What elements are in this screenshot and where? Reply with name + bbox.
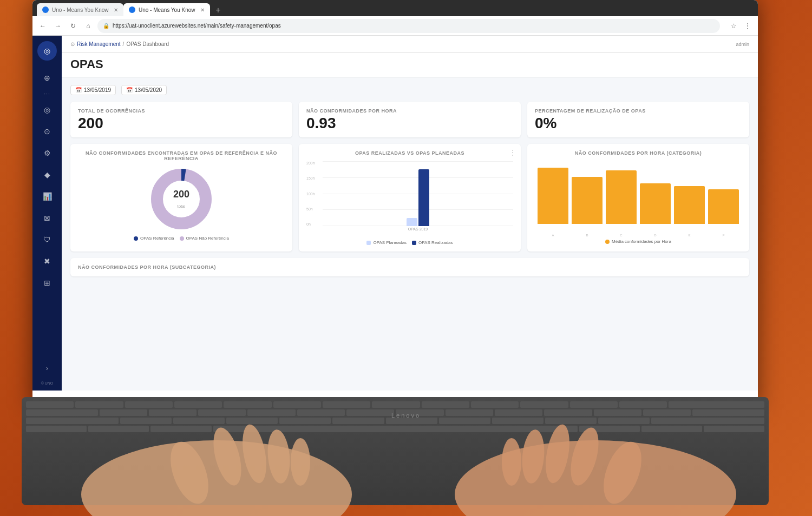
key [594, 409, 641, 416]
menu-button[interactable]: ⋮ [742, 20, 754, 32]
calendar-icon-from: 📅 [75, 87, 82, 93]
bookmark-button[interactable]: ☆ [728, 20, 739, 32]
key [323, 401, 370, 408]
cat-label-1: A [538, 234, 568, 237]
tab-2[interactable]: Uno - Means You Know ✕ [123, 3, 210, 16]
key [125, 401, 173, 408]
key [641, 426, 702, 432]
app-layout: ◎ ⊕ ··· ◎ ⊙ ⚙ ◆ 📊 ⊠ 🛡 ✖ ⊞ › © UNO ⊙ [32, 36, 758, 391]
key [26, 401, 74, 408]
bar-chart-title: OPAS REALIZADAS VS OPAS PLANEADAS [306, 150, 513, 156]
donut-center: 200 total [173, 189, 189, 210]
sidebar-item-home[interactable]: ⊕ [38, 69, 56, 87]
key [545, 418, 597, 424]
cat-bar-6 [708, 189, 739, 224]
tab-bar: Uno - Means You Know ✕ Uno - Means You K… [32, 0, 758, 16]
home-button[interactable]: ⌂ [82, 20, 94, 32]
tab-1-close[interactable]: ✕ [114, 7, 118, 13]
tab-1-favicon [42, 6, 49, 13]
sidebar-item-sync[interactable]: ◎ [38, 101, 56, 118]
date-to-value: 13/05/2020 [135, 87, 162, 93]
key [446, 409, 493, 416]
sidebar-item-grid[interactable]: ⊠ [38, 209, 56, 227]
address-bar-row: ← → ↻ ⌂ 🔒 https://uat-unoclient.azureweb… [32, 16, 758, 36]
key [651, 418, 764, 424]
breadcrumb-risk-management[interactable]: Risk Management [77, 41, 121, 47]
key [544, 409, 592, 416]
bar-group-2019 [407, 169, 429, 226]
bar-chart-more-button[interactable]: ⋮ [509, 148, 516, 157]
user-info: admin [736, 42, 749, 47]
key [149, 409, 197, 416]
stat-label-percent: PERCENTAGEM DE REALIZAÇÃO DE OPAS [535, 108, 742, 114]
stat-card-percent: PERCENTAGEM DE REALIZAÇÃO DE OPAS 0% [527, 102, 749, 137]
forward-button[interactable]: → [52, 20, 64, 32]
new-tab-button[interactable]: + [212, 4, 224, 16]
legend-nao-referencia: OPAS Não Referência [180, 236, 229, 241]
sidebar-logo[interactable]: ◎ [37, 41, 57, 61]
dashboard: 📅 13/05/2019 📅 13/05/2020 TOTAL DE OCORR… [62, 77, 758, 391]
sidebar-brand-label: © UNO [41, 381, 54, 385]
tab-2-close[interactable]: ✕ [200, 7, 205, 13]
stat-card-nph: NÃO CONFORMIDADES POR HORA 0.93 [299, 102, 521, 137]
key [669, 401, 764, 408]
sidebar: ◎ ⊕ ··· ◎ ⊙ ⚙ ◆ 📊 ⊠ 🛡 ✖ ⊞ › © UNO [32, 36, 62, 391]
sidebar-item-diamond[interactable]: ◆ [38, 166, 56, 183]
reload-button[interactable]: ↻ [67, 20, 79, 32]
keyboard-row-4 [26, 426, 764, 432]
category-legend: Média conformidades por Hora [535, 239, 742, 244]
legend-dot-realized [412, 241, 416, 245]
tab-1[interactable]: Uno - Means You Know ✕ [37, 3, 123, 16]
category-bars [535, 161, 742, 224]
category-chart-card: NÃO CONFORMIDADES POR HORA (CATEGORIA) [527, 144, 749, 252]
key [174, 401, 222, 408]
tab-2-favicon [129, 6, 135, 13]
legend-dot-referencia [134, 236, 138, 241]
donut-chart-card: NÃO CONFORMIDADES ENCONTRADAS EM OPAS DE… [70, 144, 292, 252]
browser-window: Uno - Means You Know ✕ Uno - Means You K… [32, 0, 758, 408]
sidebar-item-tools[interactable]: ✖ [38, 253, 56, 270]
sidebar-item-target[interactable]: ⊙ [38, 123, 56, 140]
sidebar-item-shield[interactable]: 🛡 [38, 231, 56, 248]
cat-bar-5 [674, 186, 705, 224]
category-chart-title: NÃO CONFORMIDADES POR HORA (CATEGORIA) [535, 150, 742, 156]
cat-label-4: D [640, 234, 671, 237]
donut-chart: 200 total [149, 167, 214, 231]
back-button[interactable]: ← [37, 20, 49, 32]
key [492, 418, 543, 424]
tab-2-label: Uno - Means You Know [139, 7, 195, 13]
address-bar[interactable]: 🔒 https://uat-unoclient.azurewebsites.ne… [97, 19, 720, 33]
sidebar-item-network[interactable]: ⊞ [38, 274, 56, 292]
sidebar-item-settings[interactable]: ⚙ [38, 144, 56, 162]
realized-bar-2019 [418, 169, 429, 226]
date-to-filter[interactable]: 📅 13/05/2020 [121, 85, 167, 95]
y-label-100: 100h [306, 192, 315, 196]
bar-x-axis: OPAS 2019 [323, 227, 513, 231]
breadcrumb: ⊙ Risk Management / OPAS Dashboard [70, 41, 169, 47]
bar-legend-realized: OPAS Realizadas [412, 240, 453, 245]
sidebar-bottom: › © UNO [38, 360, 56, 385]
sidebar-expand-button[interactable]: › [38, 360, 56, 377]
key [495, 409, 542, 416]
key [150, 426, 211, 432]
stat-card-total: TOTAL DE OCORRÊNCIAS 200 [70, 102, 292, 137]
category-chart-area: A B C D E F [535, 161, 742, 237]
category-x-axis: A B C D E F [535, 224, 742, 237]
cat-bar-3 [606, 170, 637, 224]
category-legend-label: Média conformidades por Hora [612, 239, 671, 244]
filters-row: 📅 13/05/2019 📅 13/05/2020 [70, 85, 749, 95]
date-from-filter[interactable]: 📅 13/05/2019 [70, 85, 116, 95]
key [75, 401, 123, 408]
key [422, 401, 469, 408]
key [100, 409, 147, 416]
cat-label-6: F [708, 234, 739, 237]
sidebar-item-chart[interactable]: 📊 [38, 188, 56, 205]
tab-1-label: Uno - Means You Know [52, 7, 109, 13]
page-title-row: OPAS [62, 53, 758, 77]
header-actions: admin [736, 42, 749, 47]
donut-center-label: total [177, 204, 185, 209]
key [297, 409, 345, 416]
key [439, 418, 490, 424]
donut-center-value: 200 [173, 189, 189, 200]
key [471, 401, 519, 408]
